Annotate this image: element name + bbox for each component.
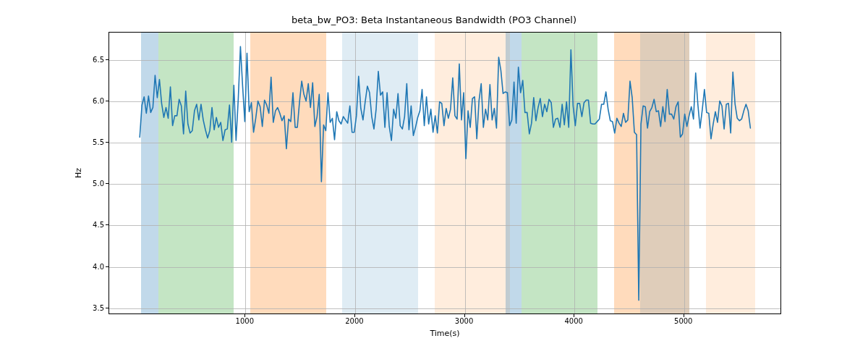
y-tickmark <box>106 308 109 308</box>
data-line <box>140 46 750 300</box>
x-tick-label: 2000 <box>345 317 363 325</box>
x-tick-label: 1000 <box>236 317 254 325</box>
y-tickmark <box>106 59 109 60</box>
y-tickmark <box>106 266 109 267</box>
chart-axes: Time(s) Hz 100020003000400050003.54.04.5… <box>109 32 781 314</box>
line-chart-svg <box>109 33 780 313</box>
y-tickmark <box>106 224 109 225</box>
y-tick-label: 6.0 <box>93 96 104 104</box>
chart-title: beta_bw_PO3: Beta Instantaneous Bandwidt… <box>0 14 868 25</box>
y-tick-label: 5.5 <box>93 138 104 146</box>
y-tick-label: 4.0 <box>93 262 104 270</box>
y-tick-label: 5.0 <box>93 180 104 188</box>
y-tick-label: 6.5 <box>93 55 104 63</box>
plot-area <box>109 32 781 314</box>
x-tick-label: 3000 <box>455 317 473 325</box>
y-tick-label: 4.5 <box>93 221 104 229</box>
y-axis-label: Hz <box>74 168 83 178</box>
figure: beta_bw_PO3: Beta Instantaneous Bandwidt… <box>0 0 868 362</box>
x-axis-label: Time(s) <box>109 329 781 338</box>
x-tick-label: 5000 <box>674 317 692 325</box>
x-tick-label: 4000 <box>564 317 582 325</box>
y-tickmark <box>106 101 109 101</box>
y-tickmark <box>106 142 109 143</box>
y-tickmark <box>106 183 109 184</box>
y-tick-label: 3.5 <box>93 303 104 311</box>
